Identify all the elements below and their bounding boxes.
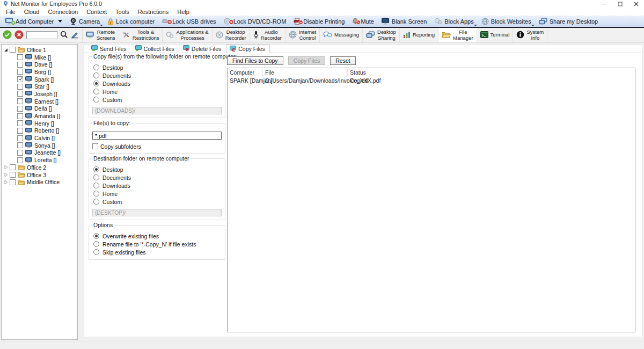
computer-checkbox[interactable] (17, 91, 23, 97)
tree-item-computer[interactable]: Roberto [] (2, 127, 77, 135)
tree-item-computer[interactable]: Calvin [] (2, 134, 77, 142)
column-file[interactable]: File (263, 69, 348, 76)
block-websites-button[interactable]: Block Websites (478, 16, 535, 27)
tree-item-computer[interactable]: Borg [] (2, 68, 77, 76)
source-home-option[interactable]: Home (93, 88, 222, 96)
tree-item-computer[interactable]: Earnest [] (2, 98, 77, 105)
tab-remote-screens[interactable]: RemoteScreens (83, 28, 119, 42)
expand-icon[interactable] (3, 180, 9, 185)
tab-copy-files[interactable]: Copy Files (226, 45, 270, 53)
tree-item-computer[interactable]: Sonya [] (2, 142, 77, 149)
menu-context[interactable]: Context (82, 9, 111, 15)
find-files-button[interactable]: Find Files to Copy (227, 56, 283, 65)
radio-button[interactable] (93, 174, 99, 180)
radio-button-selected[interactable] (93, 233, 99, 239)
radio-button[interactable] (93, 72, 99, 78)
column-status[interactable]: Status (348, 69, 635, 76)
menu-restrictions[interactable]: Restrictions (134, 9, 173, 15)
menu-connection[interactable]: Connection (43, 9, 82, 15)
expand-icon[interactable] (3, 172, 9, 177)
table-row[interactable]: SPARK [Damjan] C:/Users/Damjan/Downloads… (228, 77, 635, 84)
computer-checkbox-checked[interactable] (17, 76, 23, 82)
tab-desktop-sharing[interactable]: DesktopSharing (363, 28, 400, 42)
file-pattern-input[interactable] (92, 132, 222, 140)
computer-checkbox[interactable] (17, 69, 23, 75)
radio-button[interactable] (93, 191, 99, 197)
office2-checkbox[interactable] (10, 164, 16, 170)
computer-checkbox[interactable] (17, 98, 23, 104)
radio-button[interactable] (93, 183, 99, 188)
dest-desktop-option[interactable]: Desktop (93, 165, 222, 173)
dest-downloads-option[interactable]: Downloads (93, 181, 222, 190)
lock-dvd-button[interactable]: Lock DVD/CD-ROM (220, 16, 290, 27)
column-computer[interactable]: Computer (228, 69, 263, 76)
radio-button[interactable] (93, 64, 99, 70)
computer-checkbox[interactable] (17, 84, 23, 90)
maximize-button[interactable] (612, 0, 628, 8)
computer-checkbox[interactable] (17, 135, 23, 141)
menu-tools[interactable]: Tools (111, 9, 134, 15)
tree-item-computer[interactable]: Loretta [] (2, 156, 77, 164)
tree-group-middle-office[interactable]: Middle Office (2, 178, 77, 186)
tree-group-office1[interactable]: Office 1 (2, 46, 77, 54)
computer-checkbox[interactable] (17, 113, 23, 119)
source-desktop-option[interactable]: Desktop (93, 63, 222, 71)
middle-office-checkbox[interactable] (10, 179, 16, 185)
mute-button[interactable]: Mute (348, 16, 377, 27)
tree-item-computer[interactable]: Della [] (2, 105, 77, 113)
reset-button[interactable]: Reset (330, 56, 355, 65)
tab-reporting[interactable]: Reporting (400, 28, 438, 42)
add-computer-button[interactable]: Add Computer (2, 16, 66, 27)
computer-checkbox[interactable] (17, 142, 23, 148)
skip-option[interactable]: Skip existing files (93, 248, 222, 256)
tree-item-computer[interactable]: Star [] (2, 83, 77, 90)
block-apps-dropdown-icon[interactable] (474, 25, 477, 26)
block-websites-dropdown-icon[interactable] (531, 25, 535, 26)
tab-audio-recorder[interactable]: AudioRecorder (250, 28, 286, 42)
computer-checkbox[interactable] (17, 120, 23, 126)
camera-button[interactable]: Camera (66, 16, 104, 27)
tab-collect-files[interactable]: Collect Files (131, 45, 179, 53)
radio-button[interactable] (93, 89, 99, 94)
dest-documents-option[interactable]: Documents (93, 173, 222, 181)
radio-button-selected[interactable] (93, 81, 99, 86)
close-button[interactable] (628, 0, 644, 8)
camera-dropdown-icon[interactable] (100, 25, 103, 26)
search-input[interactable] (26, 31, 57, 39)
tree-item-computer[interactable]: Dave [] (2, 61, 77, 68)
minimize-button[interactable] (596, 0, 612, 8)
tree-item-computer[interactable]: Henry [] (2, 120, 77, 127)
computer-checkbox[interactable] (17, 157, 23, 163)
share-desktop-button[interactable]: Share my Desktop (535, 16, 602, 27)
edit-icon[interactable] (71, 31, 79, 40)
tab-internet-control[interactable]: InternetControl (286, 28, 320, 42)
computer-checkbox[interactable] (17, 128, 23, 134)
copy-subfolders-checkbox[interactable] (92, 143, 98, 149)
source-documents-option[interactable]: Documents (93, 71, 222, 79)
tab-system-info[interactable]: SystemInfo (513, 28, 547, 42)
office3-checkbox[interactable] (10, 172, 16, 178)
tree-group-office3[interactable]: Office 3 (2, 171, 77, 179)
lock-computer-button[interactable]: Lock computer (104, 16, 158, 27)
connect-ok-icon[interactable] (3, 30, 12, 40)
computer-checkbox[interactable] (17, 150, 23, 156)
disconnect-icon[interactable] (14, 30, 24, 40)
lock-usb-button[interactable]: Lock USB drives (158, 16, 219, 27)
tab-delete-files[interactable]: Delete Files (179, 45, 226, 53)
tab-file-manager[interactable]: FileManager (438, 28, 477, 42)
menu-cloud[interactable]: Cloud (20, 9, 44, 15)
tab-applications-processes[interactable]: Applications &Processes (163, 28, 212, 42)
radio-button[interactable] (93, 249, 99, 255)
computer-checkbox[interactable] (17, 62, 23, 68)
tab-desktop-recorder[interactable]: DesktopRecorder (213, 28, 250, 42)
radio-button[interactable] (93, 97, 99, 103)
expand-icon[interactable] (3, 165, 9, 170)
tree-group-office2[interactable]: Office 2 (2, 164, 77, 171)
computer-checkbox[interactable] (17, 106, 23, 112)
computer-checkbox[interactable] (17, 54, 23, 60)
source-downloads-option[interactable]: Downloads (93, 79, 222, 88)
rename-option[interactable]: Rename file to '*-Copy_N' if file exists (93, 240, 222, 248)
tab-send-files[interactable]: Send Files (87, 45, 131, 53)
collapse-icon[interactable] (3, 48, 9, 52)
add-computer-dropdown-icon[interactable] (58, 20, 62, 23)
